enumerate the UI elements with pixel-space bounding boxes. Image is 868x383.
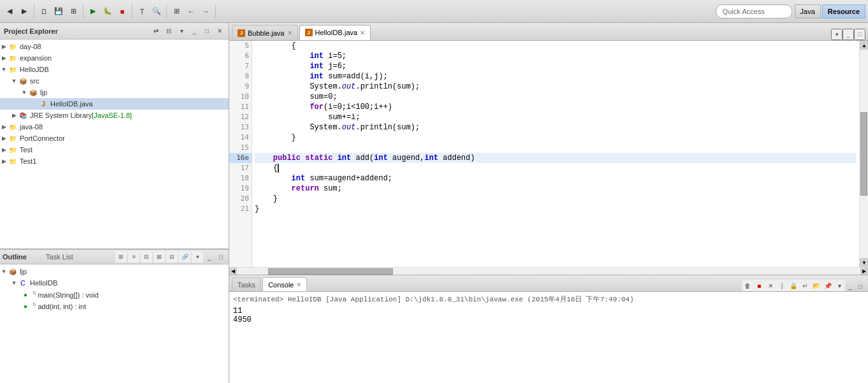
- project-explorer-title: Project Explorer: [4, 27, 148, 35]
- tree-item-jre[interactable]: ▶ 📚 JRE System Library [JavaSE-1.8]: [0, 110, 229, 121]
- layout-button[interactable]: ⊞: [169, 4, 183, 18]
- tab-close-bubble[interactable]: ✕: [287, 29, 292, 36]
- h-scroll-left-button[interactable]: ◀: [229, 268, 237, 275]
- tree-item-src[interactable]: ▼ 📦 src: [0, 75, 229, 87]
- tab-close-helloidb[interactable]: ✕: [360, 29, 365, 36]
- code-line-8: int sum=add(i,j);: [255, 71, 857, 82]
- tab-helloidb[interactable]: J HelloIDB.java ✕: [299, 25, 371, 40]
- scrollbar-track[interactable]: [860, 50, 868, 258]
- code-content[interactable]: { int i=5; int j=6; int sum=add(i,j); Sy…: [252, 41, 859, 267]
- console-stop-button[interactable]: ■: [753, 280, 765, 291]
- code-line-7: int j=6;: [255, 61, 857, 71]
- outline-hide-fields-button[interactable]: ⊟: [141, 251, 152, 263]
- outline-item-ljp[interactable]: ▼ 📦 ljp: [0, 266, 229, 277]
- outline-item-helloidb[interactable]: ▼ C HelloIDB: [0, 277, 229, 289]
- icon-outline-ljp: 📦: [8, 267, 18, 276]
- outline-hide-methods-button[interactable]: ⊠: [153, 251, 165, 263]
- stop-button[interactable]: ■: [115, 4, 129, 18]
- console-minimize-button[interactable]: _: [845, 281, 855, 291]
- tree-item-ljp[interactable]: ▼ 📦 ljp: [0, 87, 229, 98]
- pe-minimize-button[interactable]: _: [189, 26, 199, 36]
- perspective-java-button[interactable]: Java: [795, 4, 821, 18]
- h-scroll-thumb[interactable]: [268, 268, 393, 275]
- outline-sort-button[interactable]: ⊞: [115, 251, 127, 263]
- console-clear-button[interactable]: 🗑: [742, 280, 753, 291]
- code-line-17: {: [255, 163, 857, 173]
- pe-close-button[interactable]: ✕: [215, 26, 225, 36]
- line-numbers: 5 6 7 8 9 10 11 12 13 14 15 16⊙ 17 18 19…: [229, 41, 252, 267]
- tab-console[interactable]: Console ✕: [262, 277, 307, 291]
- tree-item-java08[interactable]: ▶ 📁 java-08: [0, 121, 229, 133]
- console-scroll-lock-button[interactable]: 🔒: [788, 280, 799, 291]
- outline-collapse-button[interactable]: ⊟: [166, 251, 178, 263]
- tree-item-hellojdb[interactable]: ▼ 📁 HelloJDB: [0, 64, 229, 75]
- debug-button[interactable]: 🐛: [101, 4, 115, 18]
- editor-minimize-button[interactable]: _: [843, 29, 854, 40]
- console-menu-button[interactable]: ▾: [834, 280, 845, 291]
- scrollbar-up-button[interactable]: ▲: [860, 41, 868, 50]
- pe-collapse-button[interactable]: ⊟: [164, 26, 174, 36]
- arrow-portconnector: ▶: [0, 135, 8, 141]
- open-type-button[interactable]: T: [135, 4, 149, 18]
- next-edit-button[interactable]: →: [199, 4, 213, 18]
- editor-maximize-button[interactable]: □: [854, 29, 865, 40]
- tree-item-test1[interactable]: ▶ 📁 Test1: [0, 155, 229, 167]
- line-num-14: 14: [229, 133, 252, 143]
- outline-item-main[interactable]: ● S main(String[]) : void: [0, 289, 229, 300]
- save-all-button[interactable]: ⊞: [66, 4, 80, 18]
- console-new-button[interactable]: |: [776, 280, 788, 291]
- prev-edit-button[interactable]: ←: [184, 4, 198, 18]
- code-line-16: public static int add(int augend,int add…: [255, 153, 857, 163]
- quick-access-input[interactable]: Quick Access: [716, 4, 792, 18]
- console-word-wrap-button[interactable]: ↵: [799, 280, 811, 291]
- outline-link-button[interactable]: 🔗: [179, 251, 190, 263]
- pe-maximize-button[interactable]: □: [202, 26, 212, 36]
- task-list-label[interactable]: Task List: [46, 253, 73, 261]
- outline-filter-button[interactable]: ≡: [128, 251, 139, 263]
- console-maximize-button[interactable]: □: [855, 281, 865, 291]
- tab-tasks[interactable]: Tasks: [232, 277, 261, 291]
- new-button[interactable]: 🗋: [37, 4, 51, 18]
- code-line-19: return sum;: [255, 184, 857, 194]
- tree-item-helloidb-java[interactable]: J HelloIDB.java: [0, 98, 229, 110]
- project-explorer: Project Explorer ⇄ ⊟ ▾ _ □ ✕ ▶ 📁 day-08 …: [0, 23, 229, 249]
- console-pin-button[interactable]: 📌: [822, 280, 834, 291]
- tree-item-portconnector[interactable]: ▶ 📁 PortConnector: [0, 133, 229, 144]
- icon-java08: 📁: [8, 122, 18, 131]
- tree-item-day08[interactable]: ▶ 📁 day-08: [0, 41, 229, 52]
- pe-menu-button[interactable]: ▾: [176, 26, 187, 36]
- console-open-file-button[interactable]: 📂: [811, 280, 822, 291]
- tab-console-close[interactable]: ✕: [296, 281, 301, 288]
- perspective-resource-button[interactable]: Resource: [822, 4, 865, 18]
- outline-title: Outline: [3, 253, 39, 261]
- console-terminated-text: <terminated> HelloIDB [Java Application]…: [233, 294, 864, 304]
- outline-minimize-button[interactable]: _: [204, 252, 215, 262]
- line-num-15: 15: [229, 143, 252, 153]
- tree-item-test[interactable]: ▶ 📁 Test: [0, 144, 229, 155]
- main-layout: Project Explorer ⇄ ⊟ ▾ _ □ ✕ ▶ 📁 day-08 …: [0, 23, 868, 383]
- scrollbar-down-button[interactable]: ▼: [860, 258, 868, 267]
- search-button[interactable]: 🔍: [150, 4, 164, 18]
- h-scroll-track[interactable]: [237, 268, 860, 275]
- icon-jre: 📚: [18, 111, 28, 120]
- tab-bubble[interactable]: J Bubble.java ✕: [232, 25, 298, 40]
- tree-item-expansion[interactable]: ▶ 📁 expansion: [0, 52, 229, 64]
- scrollbar-thumb[interactable]: [860, 112, 867, 196]
- line-num-10: 10: [229, 92, 252, 102]
- outline-item-add[interactable]: ● S add(int, int) : int: [0, 300, 229, 312]
- icon-outline-helloidb: C: [18, 278, 28, 287]
- save-button[interactable]: 💾: [52, 4, 66, 18]
- icon-outline-add: ●: [20, 301, 31, 310]
- label-helloidb-java: HelloIDB.java: [50, 100, 93, 108]
- pe-sync-button[interactable]: ⇄: [151, 26, 161, 36]
- outline-more-button[interactable]: ▾: [192, 251, 203, 263]
- forward-button[interactable]: ▶: [17, 4, 31, 18]
- outline-maximize-button[interactable]: □: [216, 252, 226, 262]
- console-remove-button[interactable]: ✕: [765, 280, 776, 291]
- back-button[interactable]: ◀: [3, 4, 17, 18]
- tab-menu-button[interactable]: ▾: [831, 29, 843, 40]
- code-line-5: {: [255, 41, 857, 51]
- run-button[interactable]: ▶: [86, 4, 100, 18]
- h-scroll-right-button[interactable]: ▶: [860, 268, 868, 275]
- toolbar: ◀ ▶ 🗋 💾 ⊞ ▶ 🐛 ■ T 🔍 ⊞ ← → Quick Access J…: [0, 0, 868, 23]
